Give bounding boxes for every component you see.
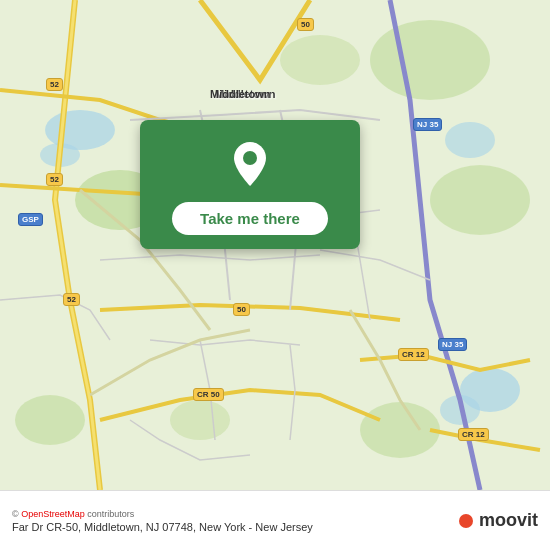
road-label-cr50: CR 50 bbox=[193, 388, 224, 401]
svg-point-11 bbox=[170, 400, 230, 440]
moovit-text: moovit bbox=[479, 510, 538, 531]
moovit-dot bbox=[459, 514, 473, 528]
road-label-50-mid: 50 bbox=[233, 303, 250, 316]
map-container: Middletown 50 52 52 52 50 CR 50 CR 12 CR… bbox=[0, 0, 550, 490]
info-left: © OpenStreetMap contributors Far Dr CR-5… bbox=[12, 509, 459, 533]
location-card: Take me there bbox=[140, 120, 360, 249]
take-me-there-button[interactable]: Take me there bbox=[172, 202, 328, 235]
road-label-gsp: GSP bbox=[18, 213, 43, 226]
svg-point-9 bbox=[360, 402, 440, 458]
road-label-52-1: 52 bbox=[46, 78, 63, 91]
info-bar: © OpenStreetMap contributors Far Dr CR-5… bbox=[0, 490, 550, 550]
address-text: Far Dr CR-50, Middletown, NJ 07748, New … bbox=[12, 521, 459, 533]
moovit-logo: moovit bbox=[459, 510, 538, 531]
road-label-52-3: 52 bbox=[63, 293, 80, 306]
road-label-nj35-1: NJ 35 bbox=[413, 118, 442, 131]
svg-point-12 bbox=[280, 35, 360, 85]
svg-point-10 bbox=[15, 395, 85, 445]
road-label-cr12-2: CR 12 bbox=[458, 428, 489, 441]
road-label-52-2: 52 bbox=[46, 173, 63, 186]
osm-credit: © OpenStreetMap contributors bbox=[12, 509, 459, 519]
svg-point-8 bbox=[430, 165, 530, 235]
road-label-cr12-1: CR 12 bbox=[398, 348, 429, 361]
road-label-nj35-2: NJ 35 bbox=[438, 338, 467, 351]
svg-point-13 bbox=[243, 151, 257, 165]
road-label-50-top: 50 bbox=[297, 18, 314, 31]
location-pin-icon bbox=[224, 138, 276, 190]
middletown-label: Middletown bbox=[210, 88, 271, 100]
svg-point-3 bbox=[445, 122, 495, 158]
svg-point-7 bbox=[370, 20, 490, 100]
